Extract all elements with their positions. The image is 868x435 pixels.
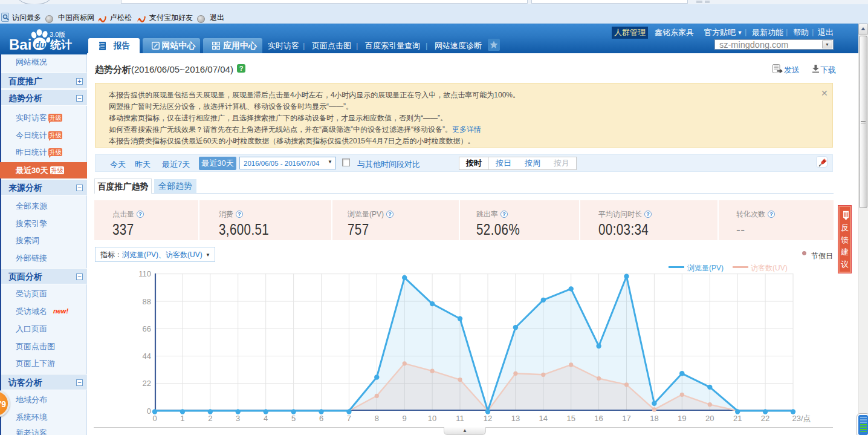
svg-text:22: 22 [143,379,151,388]
svg-text:2: 2 [208,414,212,423]
svg-text:21: 21 [733,414,742,423]
svg-text:13: 13 [511,414,520,423]
svg-text:0: 0 [152,414,157,423]
svg-text:4: 4 [264,414,268,423]
svg-text:17: 17 [622,414,630,423]
svg-text:66: 66 [143,324,151,333]
svg-text:7: 7 [347,414,351,423]
svg-text:12: 12 [484,414,492,423]
svg-text:14: 14 [539,414,548,423]
svg-text:15: 15 [566,414,575,423]
svg-text:110: 110 [138,269,151,278]
svg-text:22: 22 [761,414,769,423]
svg-text:19: 19 [678,414,686,423]
svg-text:9: 9 [403,414,407,423]
svg-text:0: 0 [147,407,151,416]
svg-text:88: 88 [143,297,151,306]
svg-text:18: 18 [650,414,658,423]
svg-text:8: 8 [375,414,379,423]
svg-text:11: 11 [456,414,464,423]
svg-text:44: 44 [143,352,151,361]
svg-text:5: 5 [291,414,296,423]
svg-text:16: 16 [594,414,603,423]
svg-text:1: 1 [180,414,184,423]
svg-text:6: 6 [319,414,323,423]
svg-text:23/点: 23/点 [792,414,811,423]
svg-text:10: 10 [428,414,436,423]
svg-text:3: 3 [236,414,240,423]
svg-text:20: 20 [705,414,714,423]
